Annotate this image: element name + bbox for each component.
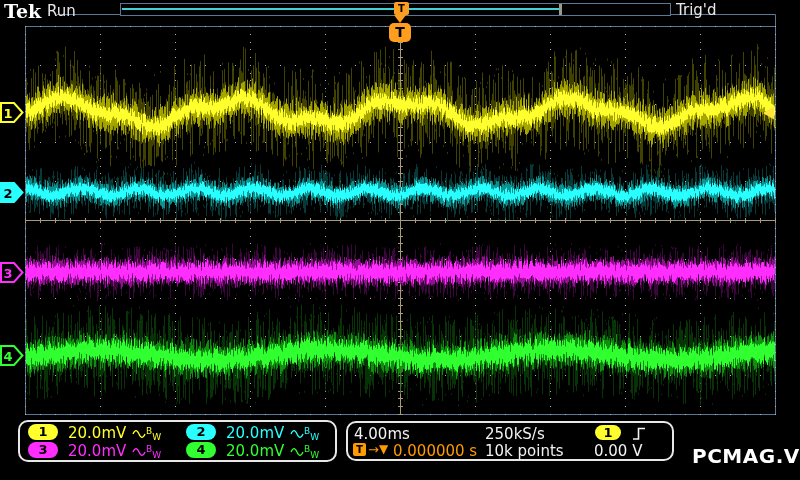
ch1-scale[interactable]: 20.0mV xyxy=(68,424,126,442)
delay-value[interactable]: 0.000000 s xyxy=(393,442,477,460)
ch2-badge[interactable]: 2 xyxy=(186,424,216,440)
trigger-position-arrow-icon xyxy=(394,15,406,23)
oscilloscope-screen: Tek Run Trig'd T T 1 2 3 4 1 20.0mV BW 2… xyxy=(0,0,800,480)
delay-arrow-icon: → xyxy=(368,442,379,457)
svg-text:1: 1 xyxy=(3,106,12,121)
ch3-position-marker[interactable]: 3 xyxy=(0,262,24,283)
trigger-status: Trig'd xyxy=(676,1,716,19)
record-preview-line xyxy=(122,8,560,10)
ch4-scale[interactable]: 20.0mV xyxy=(226,442,284,460)
ch1-badge[interactable]: 1 xyxy=(28,424,58,440)
record-trigger-marker[interactable]: T xyxy=(394,2,409,15)
ch3-coupling-bandwidth: BW xyxy=(132,444,161,460)
ch2-position-marker[interactable]: 2 xyxy=(0,182,24,203)
sample-rate: 250kS/s xyxy=(485,425,545,443)
ch1-position-marker[interactable]: 1 xyxy=(0,102,24,123)
rising-edge-icon xyxy=(632,426,646,441)
sine-coupling-icon xyxy=(132,429,146,439)
expansion-point-tick xyxy=(559,4,562,15)
trigger-level[interactable]: 0.00 V xyxy=(594,442,642,460)
channel-readout-box: 1 20.0mV BW 2 20.0mV BW 3 20.0mV BW 4 20… xyxy=(18,420,337,462)
delay-cursor-icon: ▼ xyxy=(379,442,388,456)
trigger-source-badge[interactable]: 1 xyxy=(595,425,621,440)
ch2-scale[interactable]: 20.0mV xyxy=(226,424,284,442)
ch4-position-marker[interactable]: 4 xyxy=(0,345,24,366)
sine-coupling-icon xyxy=(132,447,146,457)
svg-text:2: 2 xyxy=(3,186,12,201)
ch2-coupling-bandwidth: BW xyxy=(290,426,319,442)
ch3-badge[interactable]: 3 xyxy=(28,442,58,458)
ch1-coupling-bandwidth: BW xyxy=(132,426,161,442)
timebase-scale[interactable]: 4.00ms xyxy=(354,425,410,443)
record-length: 10k points xyxy=(485,442,564,460)
acquisition-status: Run xyxy=(47,2,76,20)
ch3-scale[interactable]: 20.0mV xyxy=(68,442,126,460)
waveform-display[interactable] xyxy=(0,0,800,480)
delay-t-icon: T xyxy=(353,443,366,456)
tek-logo: Tek xyxy=(4,0,41,22)
watermark: PCMAG.VN xyxy=(692,444,800,468)
svg-text:3: 3 xyxy=(3,266,12,281)
sine-coupling-icon xyxy=(290,447,304,457)
ch4-coupling-bandwidth: BW xyxy=(290,444,319,460)
ch4-badge[interactable]: 4 xyxy=(186,442,216,458)
horizontal-trigger-readout-box: 4.00ms 250kS/s 1 T → ▼ 0.000000 s 10k po… xyxy=(346,421,674,461)
sine-coupling-icon xyxy=(290,429,304,439)
trigger-position-badge[interactable]: T xyxy=(389,23,411,42)
svg-text:4: 4 xyxy=(3,349,12,364)
